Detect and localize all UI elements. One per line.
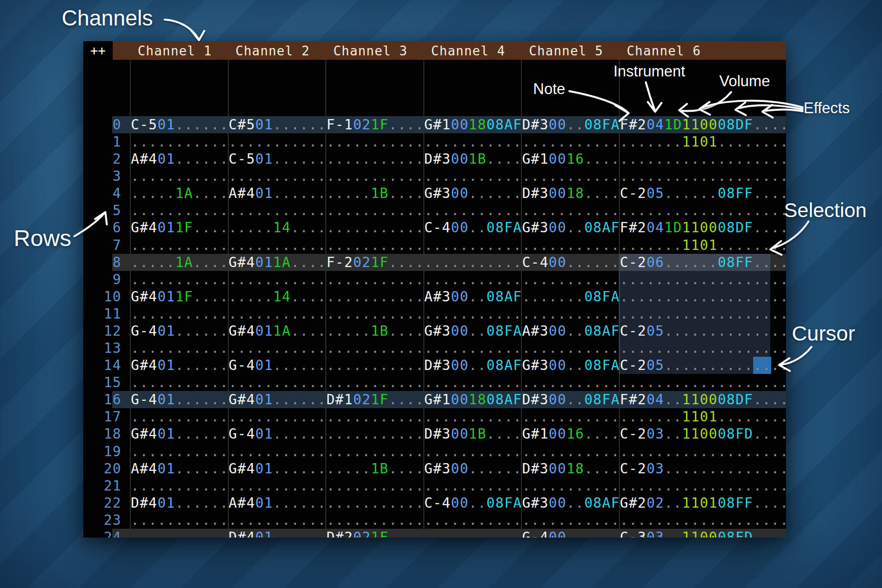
- pattern-cell[interactable]: D#300..08AF: [424, 357, 522, 374]
- pattern-cell[interactable]: G#401......: [229, 460, 327, 477]
- pattern-cell[interactable]: ...........: [229, 443, 327, 460]
- pattern-cell[interactable]: .....1A....: [131, 254, 229, 271]
- pattern-cell[interactable]: ...........: [522, 305, 620, 322]
- pattern-cell[interactable]: ...........: [424, 254, 522, 271]
- pattern-cell[interactable]: D#30018....: [522, 460, 620, 477]
- pattern-cell[interactable]: ...........: [424, 271, 522, 288]
- pattern-cell[interactable]: ...........: [326, 512, 424, 529]
- pattern-cell[interactable]: ...........: [326, 305, 424, 322]
- pattern-cell[interactable]: ...........: [131, 271, 229, 288]
- pattern-cell[interactable]: ...................: [620, 443, 786, 460]
- pattern-cell[interactable]: .......1101........: [620, 133, 786, 150]
- pattern-cell[interactable]: A#401......: [229, 494, 327, 512]
- pattern-cell[interactable]: ...........: [522, 237, 620, 254]
- pattern-cell[interactable]: ...........: [424, 374, 522, 391]
- pattern-cell[interactable]: ...........: [229, 133, 327, 150]
- pattern-cell[interactable]: C#501......: [229, 116, 327, 133]
- pattern-cell[interactable]: C-203..............: [620, 460, 786, 477]
- pattern-cell[interactable]: ...........: [326, 408, 424, 425]
- pattern-cell[interactable]: G#1001808AF: [424, 116, 522, 133]
- pattern-cell[interactable]: ...........: [326, 150, 424, 168]
- pattern-cell[interactable]: G-401......: [229, 357, 327, 374]
- pattern-cell[interactable]: C-205..............: [620, 322, 786, 340]
- pattern-cell[interactable]: ...........: [131, 340, 229, 357]
- pattern-cell[interactable]: ...........: [326, 357, 424, 374]
- pattern-cell[interactable]: D#3001B....: [424, 425, 522, 442]
- pattern-cell[interactable]: ...........: [131, 374, 229, 391]
- pattern-cell[interactable]: ...........: [522, 374, 620, 391]
- pattern-cell[interactable]: ...................: [620, 305, 786, 322]
- pattern-cell[interactable]: ...........: [424, 529, 522, 538]
- pattern-cell[interactable]: .....14....: [229, 219, 327, 236]
- pattern-cell[interactable]: D#30018....: [522, 185, 620, 202]
- pattern-cell[interactable]: ...........: [326, 202, 424, 219]
- pattern-cell[interactable]: .......1101........: [620, 408, 786, 425]
- pattern-cell[interactable]: A#401......: [131, 460, 229, 477]
- pattern-cell[interactable]: A#401......: [131, 150, 229, 168]
- pattern-cell[interactable]: ...........: [326, 425, 424, 442]
- pattern-cell[interactable]: ...........: [131, 512, 229, 529]
- pattern-cell[interactable]: ...........: [424, 408, 522, 425]
- pattern-cell[interactable]: G#10016....: [522, 425, 620, 442]
- pattern-cell[interactable]: G-401......: [131, 391, 229, 408]
- pattern-cell[interactable]: G#401......: [229, 391, 327, 408]
- pattern-cell[interactable]: C-205..............: [620, 357, 786, 374]
- pattern-cell[interactable]: ...................: [620, 150, 786, 168]
- pattern-cell[interactable]: C-400..08FA: [424, 219, 522, 236]
- pattern-cell[interactable]: F#2041D110008DF....: [620, 219, 786, 236]
- pattern-cell[interactable]: ...........: [424, 512, 522, 529]
- pattern-cell[interactable]: G#401......: [131, 357, 229, 374]
- pattern-cell[interactable]: ...........: [424, 168, 522, 185]
- pattern-cell[interactable]: G#10016....: [522, 150, 620, 168]
- pattern-cell[interactable]: ...........: [424, 202, 522, 219]
- pattern-cell[interactable]: .....1A....: [131, 185, 229, 202]
- pattern-cell[interactable]: ...........: [131, 443, 229, 460]
- pattern-cell[interactable]: ...................: [620, 271, 786, 288]
- pattern-cell[interactable]: ...........: [131, 529, 229, 538]
- pattern-cell[interactable]: ...........: [326, 288, 424, 305]
- pattern-grid[interactable]: 0C-501......C#501......F-1021F....G#1001…: [83, 41, 786, 538]
- pattern-cell[interactable]: C-303..110008FD....: [620, 529, 786, 538]
- pattern-cell[interactable]: G#300..08AF: [522, 219, 620, 236]
- pattern-cell[interactable]: .....1B....: [326, 460, 424, 477]
- pattern-cell[interactable]: F#2041D110008DF....: [620, 116, 786, 133]
- pattern-cell[interactable]: .....1B....: [326, 322, 424, 340]
- pattern-cell[interactable]: C-501......: [131, 116, 229, 133]
- pattern-cell[interactable]: ...........: [522, 512, 620, 529]
- pattern-cell[interactable]: ...........: [229, 271, 327, 288]
- pattern-cell[interactable]: ...................: [620, 512, 786, 529]
- pattern-cell[interactable]: G#4011F....: [131, 219, 229, 236]
- pattern-cell[interactable]: G#4011A....: [229, 254, 327, 271]
- pattern-cell[interactable]: ...........: [326, 168, 424, 185]
- pattern-cell[interactable]: A#401......: [229, 185, 327, 202]
- pattern-cell[interactable]: ...........: [229, 202, 327, 219]
- pattern-cell[interactable]: ...........: [522, 133, 620, 150]
- pattern-cell[interactable]: C-501......: [229, 150, 327, 168]
- pattern-cell[interactable]: C-205......08FF....: [620, 185, 786, 202]
- pattern-cell[interactable]: .......08FA: [522, 288, 620, 305]
- pattern-cell[interactable]: ...................: [620, 340, 786, 357]
- pattern-cell[interactable]: G#4011F....: [131, 288, 229, 305]
- pattern-cell[interactable]: G#300..08FA: [522, 357, 620, 374]
- pattern-cell[interactable]: G-401......: [131, 322, 229, 340]
- pattern-cell[interactable]: ...........: [229, 168, 327, 185]
- pattern-cell[interactable]: ...........: [131, 408, 229, 425]
- pattern-cell[interactable]: ...........: [424, 443, 522, 460]
- pattern-cell[interactable]: G#202..110108FF....: [620, 494, 786, 512]
- pattern-cell[interactable]: ...........: [229, 305, 327, 322]
- pattern-cell[interactable]: ...........: [229, 374, 327, 391]
- pattern-cell[interactable]: ...........: [326, 271, 424, 288]
- pattern-cell[interactable]: ...........: [326, 374, 424, 391]
- pattern-cell[interactable]: ...........: [424, 305, 522, 322]
- pattern-cell[interactable]: F-2021F....: [326, 254, 424, 271]
- pattern-cell[interactable]: D#300..08FA: [522, 116, 620, 133]
- pattern-cell[interactable]: ...........: [229, 340, 327, 357]
- pattern-cell[interactable]: ...........: [326, 477, 424, 494]
- pattern-cell[interactable]: ...........: [522, 271, 620, 288]
- pattern-cell[interactable]: C-206......08FF....: [620, 254, 786, 271]
- pattern-cell[interactable]: ...........: [326, 443, 424, 460]
- pattern-cell[interactable]: .....14....: [229, 288, 327, 305]
- pattern-cell[interactable]: ...........: [131, 237, 229, 254]
- pattern-cell[interactable]: G#300......: [424, 460, 522, 477]
- pattern-cell[interactable]: ...........: [131, 477, 229, 494]
